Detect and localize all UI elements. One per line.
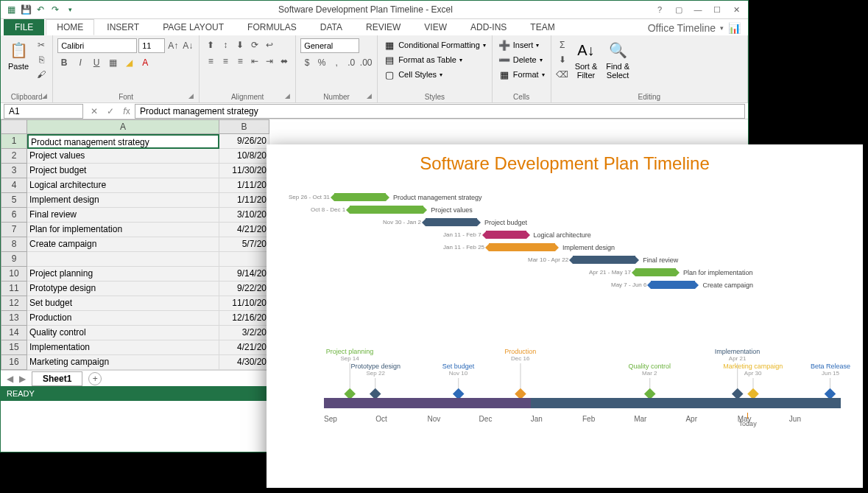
format-cells-button[interactable]: ▦Format▾: [497, 68, 546, 81]
cancel-formula-button[interactable]: ✕: [86, 104, 102, 119]
sheet-nav-next[interactable]: ▶: [19, 374, 26, 384]
cell[interactable]: Prototype design: [27, 282, 219, 296]
tab-home[interactable]: HOME: [46, 19, 94, 35]
cell[interactable]: Plan for implementation: [27, 223, 219, 237]
tab-view[interactable]: VIEW: [413, 19, 458, 35]
ribbon-options-icon[interactable]: ▢: [670, 3, 688, 16]
sort-filter-button[interactable]: A↓ Sort & Filter: [572, 38, 601, 91]
maximize-icon[interactable]: ☐: [708, 3, 726, 16]
cell[interactable]: Quality control: [27, 326, 219, 340]
select-all-corner[interactable]: [1, 119, 27, 134]
row-header[interactable]: 1: [1, 134, 27, 149]
cell[interactable]: Implementation: [27, 340, 219, 355]
comma-button[interactable]: ,: [330, 56, 343, 69]
cell[interactable]: [219, 252, 269, 267]
cell[interactable]: 12/16/20: [219, 311, 269, 326]
qat-more-icon[interactable]: ▾: [64, 4, 76, 15]
cell[interactable]: 11/30/20: [219, 164, 269, 178]
cell[interactable]: 9/14/20: [219, 267, 269, 282]
cell[interactable]: Final review: [27, 208, 219, 223]
number-launcher[interactable]: ◢: [367, 92, 375, 101]
orientation-button[interactable]: ⟳: [248, 38, 261, 52]
clipboard-launcher[interactable]: ◢: [42, 92, 51, 101]
row-header[interactable]: 14: [1, 326, 27, 340]
cell[interactable]: Project planning: [27, 267, 219, 282]
percent-button[interactable]: %: [315, 56, 328, 69]
tab-team[interactable]: TEAM: [519, 19, 565, 35]
cell[interactable]: Product management strategy: [27, 134, 219, 149]
row-header[interactable]: 4: [1, 178, 27, 193]
borders-button[interactable]: ▦: [106, 56, 119, 69]
shrink-font-button[interactable]: A↓: [181, 39, 194, 52]
cell[interactable]: 9/26/20: [219, 134, 269, 149]
cell[interactable]: Set budget: [27, 296, 219, 311]
redo-icon[interactable]: ↷: [49, 4, 61, 15]
cell[interactable]: 5/7/20: [219, 237, 269, 252]
cell[interactable]: Project values: [27, 149, 219, 164]
format-as-table-button[interactable]: ▤Format as Table▾: [382, 53, 487, 66]
cell[interactable]: 3/10/20: [219, 208, 269, 223]
font-size-input[interactable]: [138, 38, 165, 53]
enter-formula-button[interactable]: ✓: [102, 104, 119, 119]
alignment-launcher[interactable]: ◢: [285, 92, 294, 101]
insert-cells-button[interactable]: ➕Insert▾: [497, 38, 546, 52]
conditional-formatting-button[interactable]: ▦Conditional Formatting▾: [382, 38, 487, 52]
minimize-icon[interactable]: —: [689, 3, 707, 16]
align-bottom-button[interactable]: ⬇: [233, 38, 247, 52]
row-header[interactable]: 15: [1, 340, 27, 355]
row-header[interactable]: 3: [1, 164, 27, 178]
tab-data[interactable]: DATA: [309, 19, 353, 35]
cell[interactable]: Implement design: [27, 193, 219, 208]
autosum-button[interactable]: Σ: [556, 38, 569, 52]
underline-button[interactable]: U: [90, 56, 103, 69]
row-header[interactable]: 9: [1, 252, 27, 267]
align-left-button[interactable]: ≡: [204, 55, 217, 68]
cell[interactable]: 1/11/20: [219, 193, 269, 208]
format-painter-button[interactable]: 🖌: [35, 68, 48, 81]
cell[interactable]: [27, 252, 219, 267]
cell[interactable]: Logical architecture: [27, 178, 219, 193]
tab-pagelayout[interactable]: PAGE LAYOUT: [152, 19, 235, 35]
insert-function-button[interactable]: fx: [119, 104, 135, 119]
italic-button[interactable]: I: [74, 56, 87, 69]
tab-file[interactable]: FILE: [4, 19, 44, 35]
tab-addins[interactable]: ADD-INS: [459, 19, 518, 35]
cell-styles-button[interactable]: ▢Cell Styles▾: [382, 68, 487, 81]
cell[interactable]: Production: [27, 311, 219, 326]
row-header[interactable]: 7: [1, 223, 27, 237]
cell[interactable]: 4/21/20: [219, 340, 269, 355]
clear-button[interactable]: ⌫: [556, 68, 569, 81]
fill-color-button[interactable]: ◢: [122, 56, 135, 69]
align-right-button[interactable]: ≡: [233, 55, 247, 68]
paste-button[interactable]: 📋 Paste: [5, 38, 32, 91]
grow-font-button[interactable]: A↑: [166, 39, 180, 52]
cell[interactable]: Create campaign: [27, 237, 219, 252]
increase-indent-button[interactable]: ⇥: [263, 55, 276, 68]
font-color-button[interactable]: A: [138, 56, 152, 69]
cell[interactable]: 11/10/20: [219, 296, 269, 311]
cell[interactable]: Marketing campaign: [27, 355, 219, 370]
row-header[interactable]: 2: [1, 149, 27, 164]
cell[interactable]: 4/30/20: [219, 355, 269, 370]
undo-icon[interactable]: ↶: [35, 4, 46, 15]
help-icon[interactable]: ?: [651, 3, 668, 16]
decrease-indent-button[interactable]: ⇤: [248, 55, 261, 68]
add-sheet-button[interactable]: +: [88, 372, 102, 385]
cell[interactable]: 3/2/20: [219, 326, 269, 340]
currency-button[interactable]: $: [300, 56, 314, 69]
sheet-tab-1[interactable]: Sheet1: [32, 371, 82, 386]
row-header[interactable]: 16: [1, 355, 27, 370]
row-header[interactable]: 10: [1, 267, 27, 282]
cell[interactable]: 1/11/20: [219, 178, 269, 193]
tab-insert[interactable]: INSERT: [96, 19, 150, 35]
col-header-a[interactable]: A: [27, 119, 219, 134]
delete-cells-button[interactable]: ➖Delete▾: [497, 53, 546, 66]
decrease-decimal-button[interactable]: .00: [359, 56, 373, 69]
cell[interactable]: Project budget: [27, 164, 219, 178]
formula-input[interactable]: [135, 104, 745, 119]
font-name-input[interactable]: [57, 38, 137, 53]
fill-button[interactable]: ⬇: [556, 53, 569, 66]
save-icon[interactable]: 💾: [20, 4, 32, 15]
increase-decimal-button[interactable]: .0: [345, 56, 358, 69]
wrap-text-button[interactable]: ↩: [263, 38, 276, 52]
